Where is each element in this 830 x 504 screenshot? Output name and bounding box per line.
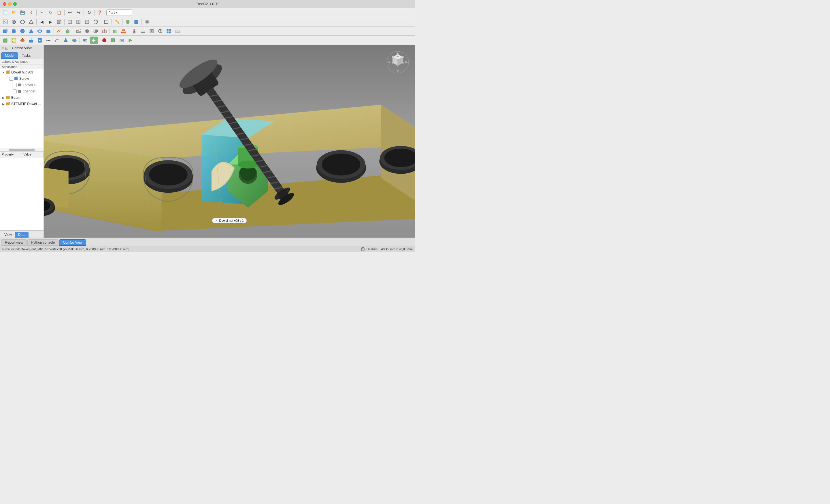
more-tools-2[interactable] xyxy=(148,27,156,35)
measure-button[interactable]: 📏 xyxy=(113,18,121,26)
iso-view-button[interactable] xyxy=(92,18,100,26)
pd-toggle[interactable] xyxy=(81,37,89,44)
pd-pad[interactable] xyxy=(27,37,35,44)
top-view-button[interactable] xyxy=(74,18,83,26)
fit-all-button[interactable] xyxy=(1,18,9,26)
3d-view-button[interactable] xyxy=(19,18,27,26)
part-box[interactable] xyxy=(1,27,9,35)
part-cone[interactable] xyxy=(27,27,35,35)
pd-fillet[interactable] xyxy=(53,37,61,44)
svg-rect-55 xyxy=(169,32,171,33)
fit-selection-button[interactable] xyxy=(10,18,18,26)
copy-button[interactable]: ⧉ xyxy=(46,9,55,16)
tree-item-dowel-nut[interactable]: ▼ Dowel nut v03 xyxy=(0,69,43,75)
tab-report-view[interactable]: Report view xyxy=(1,239,27,246)
model-tree[interactable]: ▼ Dowel nut v03 Screw xyxy=(0,69,43,148)
combo-float-button[interactable]: ◱ xyxy=(5,46,8,50)
back-button[interactable]: ◀ xyxy=(38,18,46,26)
person-icon[interactable] xyxy=(130,27,138,35)
redo-button[interactable]: ↪ xyxy=(74,9,83,16)
nav-button[interactable] xyxy=(27,18,35,26)
part-icon-beam xyxy=(6,95,10,100)
nav-cube-button[interactable] xyxy=(55,18,63,26)
pd-more[interactable] xyxy=(44,37,53,44)
checkbox-thread[interactable] xyxy=(13,83,17,87)
open-button[interactable]: 📂 xyxy=(10,9,18,16)
tree-scrollbar[interactable] xyxy=(0,148,43,152)
tree-item-beam[interactable]: ▶ Beam xyxy=(0,95,43,101)
workbench-dropdown[interactable]: Part ▾ xyxy=(106,9,132,16)
save-all-button[interactable]: 💾 xyxy=(19,9,27,16)
tab-model[interactable]: Model xyxy=(1,53,18,59)
intersect-3d[interactable] xyxy=(92,27,100,35)
viewport[interactable]: x y z xyxy=(44,45,415,238)
svg-rect-62 xyxy=(29,40,33,42)
tree-item-screw[interactable]: Screw xyxy=(0,75,43,82)
checkbox-screw[interactable] xyxy=(9,77,13,81)
loft-3d[interactable] xyxy=(120,27,128,35)
pd-sketch[interactable] xyxy=(10,37,18,44)
properties-panel: Property Value xyxy=(0,152,43,231)
bool-union[interactable] xyxy=(143,18,151,26)
new-button[interactable]: 📄 xyxy=(1,9,9,16)
run-macro[interactable] xyxy=(126,37,134,44)
start-macro[interactable] xyxy=(109,37,117,44)
fuse-3d[interactable] xyxy=(83,27,91,35)
more-tools-1[interactable] xyxy=(139,27,147,35)
tab-python-console[interactable]: Python console xyxy=(27,239,59,246)
stop-macro[interactable] xyxy=(100,37,108,44)
maximize-button[interactable] xyxy=(13,2,17,6)
sep-v2 xyxy=(64,19,65,25)
print-button[interactable]: 🖨 xyxy=(27,9,35,16)
tab-combo-view[interactable]: Combo View xyxy=(59,239,86,246)
expand-stemfie[interactable]: ▶ xyxy=(1,103,6,106)
record-macro[interactable] xyxy=(118,37,126,44)
tab-data[interactable]: Data xyxy=(15,232,29,238)
svg-rect-12 xyxy=(105,20,108,24)
paste-button[interactable]: 📋 xyxy=(55,9,63,16)
pd-wbench[interactable] xyxy=(90,37,98,44)
forward-button[interactable]: ▶ xyxy=(46,18,55,26)
tree-item-thread[interactable]: Thread 15 mm - female (stackable xyxy=(0,82,43,88)
tab-view[interactable]: View xyxy=(1,232,15,238)
cut-3d[interactable] xyxy=(74,27,83,35)
part-sphere[interactable] xyxy=(19,27,27,35)
wireframe-button[interactable] xyxy=(102,18,110,26)
more-tools-3[interactable] xyxy=(156,27,164,35)
close-button[interactable] xyxy=(3,2,6,6)
extrude-button[interactable] xyxy=(64,27,72,35)
minimize-button[interactable] xyxy=(8,2,11,6)
tree-item-cylinder[interactable]: Cylinder xyxy=(0,88,43,95)
front-view-button[interactable] xyxy=(66,18,74,26)
sketch-button[interactable] xyxy=(55,27,63,35)
cut-button[interactable]: ✂ xyxy=(38,9,46,16)
refresh-button[interactable]: ↻ xyxy=(85,9,93,16)
part-tools-1[interactable] xyxy=(124,18,132,26)
svg-point-49 xyxy=(151,30,153,32)
pd-body[interactable] xyxy=(1,37,9,44)
nav-cube[interactable]: TOP xyxy=(386,51,409,74)
undo-button[interactable]: ↩ xyxy=(66,9,74,16)
part-prism[interactable] xyxy=(44,27,53,35)
svg-rect-0 xyxy=(3,20,7,24)
pd-bool[interactable] xyxy=(70,37,78,44)
tree-item-stemfie[interactable]: ▶ STEMFIE Dowel Nut (WIP) xyxy=(0,101,43,107)
checkbox-cylinder[interactable] xyxy=(13,89,17,93)
pd-pocket[interactable] xyxy=(36,37,44,44)
section-3d[interactable] xyxy=(100,27,108,35)
chamfer-tools[interactable] xyxy=(173,27,182,35)
array-tools[interactable] xyxy=(165,27,173,35)
active-doc-close[interactable]: ✕ xyxy=(215,219,218,222)
expand-beam[interactable]: ▶ xyxy=(1,96,6,99)
help-button[interactable]: ❓ xyxy=(96,9,104,16)
part-cylinder[interactable] xyxy=(10,27,18,35)
expand-dowel-nut[interactable]: ▼ xyxy=(1,71,6,74)
right-view-button[interactable] xyxy=(83,18,91,26)
part-tools-2[interactable] xyxy=(132,18,140,26)
mirror-3d[interactable] xyxy=(111,27,119,35)
pd-draft[interactable] xyxy=(62,37,70,44)
tab-tasks[interactable]: Tasks xyxy=(18,53,35,59)
combo-close-button[interactable]: ✕ xyxy=(1,46,4,50)
pd-datum[interactable] xyxy=(19,37,27,44)
part-torus[interactable] xyxy=(36,27,44,35)
